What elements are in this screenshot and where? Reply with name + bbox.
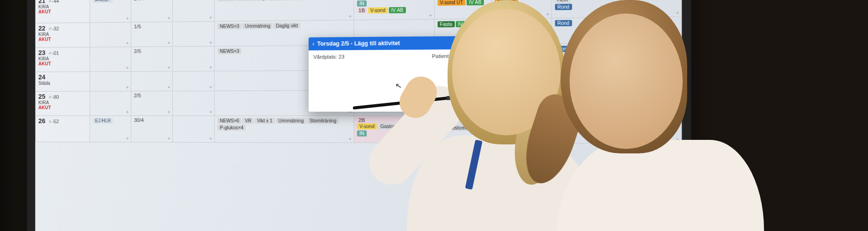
day-cell[interactable]: OpKADMiktionsobsIN1B V-sondIV AB + [354, 0, 434, 20]
diet-cell[interactable]: + [90, 47, 131, 72]
activity-tag[interactable]: Rond [555, 20, 572, 26]
diet-cell[interactable]: + [90, 91, 131, 116]
diet-cell[interactable]: EJ HLR+ [90, 116, 131, 142]
diet-cell[interactable]: + [90, 22, 131, 47]
activity-tag[interactable]: V-sond [357, 123, 377, 129]
activity-tag[interactable]: Stomiträning [307, 118, 339, 124]
date-cell[interactable]: 1/5+ [131, 22, 173, 47]
activity-tag[interactable]: V-sond [368, 7, 388, 14]
back-icon[interactable]: ‹ [312, 41, 314, 47]
bed-field: Vårdplats: 23 [313, 54, 344, 60]
diet-cell[interactable]: A-kost?+ [90, 0, 131, 23]
activity-tag[interactable]: V-sond UT [438, 0, 466, 6]
activity-tag[interactable]: IV AB [389, 7, 406, 14]
date-cell[interactable]: 2/5+ [131, 46, 173, 71]
date-cell-2[interactable]: + [173, 46, 215, 71]
activity-tag[interactable]: P-glukos×4 [217, 125, 246, 130]
activity-tag[interactable]: NEWS×3 [217, 23, 241, 29]
activity-tag[interactable]: IV AB [467, 0, 484, 5]
activity-tag[interactable]: VR [242, 118, 254, 124]
date-cell-2[interactable]: + [173, 21, 215, 46]
activity-tag[interactable]: Vikt x 1 [255, 118, 275, 124]
modal-title: Torsdag 2/5 - Lägg till aktivitet [317, 39, 459, 47]
person-2-head [570, 14, 683, 149]
patient-cell[interactable]: 23♂-01 KIRA AKUT [35, 47, 90, 72]
activity-tag[interactable]: IN [357, 130, 367, 136]
modal-header: ‹ Torsdag 2/5 - Lägg till aktivitet ✕ [309, 36, 469, 51]
date-cell-2[interactable]: 24/4+ [173, 0, 215, 22]
date-cell[interactable]: 24/4+ [131, 0, 173, 22]
date-cell-2[interactable]: + [173, 71, 215, 91]
patient-cell[interactable]: 22♂-32 KIRA AKUT [35, 23, 90, 47]
activity-tag[interactable]: Rond [555, 4, 572, 10]
activity-tag[interactable]: NEWS [217, 0, 236, 1]
patient-cell[interactable]: 21♂-44 KIRA AKUT [35, 0, 90, 23]
activity-tag[interactable]: Hem [555, 0, 571, 3]
modal-body[interactable]: Vårdplats: 23 Patient: ♂-01 [309, 49, 469, 63]
activity-tag[interactable]: Fasta [438, 21, 455, 28]
activity-tag[interactable]: Urinmätning [237, 0, 268, 1]
patient-cell[interactable]: 26♀-52 [35, 116, 90, 142]
activity-tag[interactable]: Påminn om mo... [268, 0, 309, 1]
activity-tag[interactable]: Daglig vikt [274, 23, 300, 29]
date-cell[interactable]: 2/5+ [131, 91, 173, 116]
date-cell-2[interactable]: + [173, 116, 215, 142]
patient-cell[interactable]: 25♂-80 KIRA AKUT [35, 91, 90, 116]
activity-tag[interactable]: IN [357, 0, 367, 7]
tasks-cell[interactable]: NEWS×6VRVikt x 1UrinmätningStomiträningP… [214, 116, 354, 143]
activity-tag[interactable]: NEWS×6 [217, 118, 241, 124]
patient-cell[interactable]: 24 Städa [35, 72, 90, 92]
activity-tag[interactable]: Urinmätning [276, 118, 306, 124]
scene-root: ♂-48 A-kost?+ 30/4+ + NEWS×3P-glukos×4Mi… [0, 0, 868, 231]
date-cell-2[interactable]: + [173, 91, 215, 116]
activity-tag[interactable]: NEWS×3 [217, 48, 241, 55]
date-cell[interactable]: 30/4+ [131, 116, 173, 142]
diet-cell[interactable]: + [90, 71, 131, 91]
date-cell[interactable]: + [131, 71, 173, 91]
activity-tag[interactable]: Urinmätning [242, 23, 273, 29]
tasks-cell[interactable]: NEWSUrinmätningPåminn om mo...+ [214, 0, 354, 21]
